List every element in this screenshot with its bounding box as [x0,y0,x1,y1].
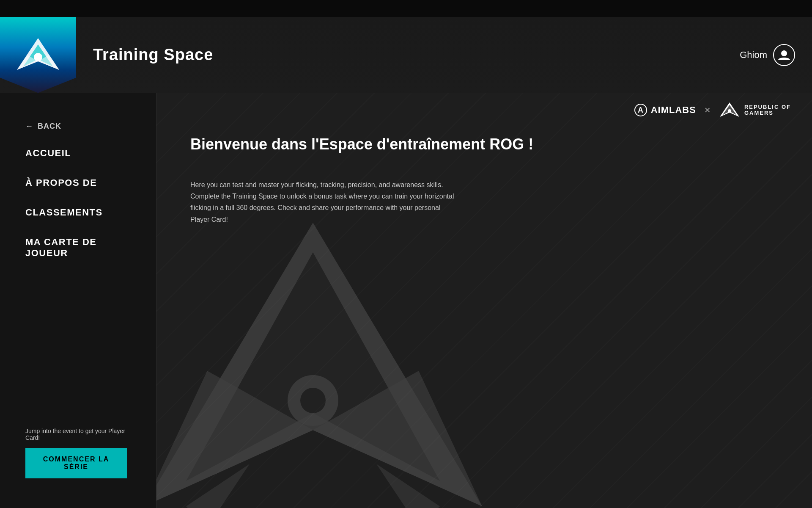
sidebar-item-carte[interactable]: MA CARTE DE JOUEUR [0,227,156,268]
main-layout: ← BACK ACCUEIL À PROPOS DE CLASSEMENTS M… [0,93,812,508]
title-underline [190,162,275,162]
main-content: A AIMLABS × REPUBLIC OF GAMERS Bienvenue… [156,93,812,508]
back-label: BACK [38,122,61,131]
sidebar-back-button[interactable]: ← BACK [0,114,156,138]
header: Training Space Ghiom [0,17,812,93]
svg-marker-5 [186,252,440,481]
back-arrow-icon: ← [25,122,33,131]
sidebar-nav: ← BACK ACCUEIL À PROPOS DE CLASSEMENTS M… [0,110,156,415]
svg-marker-4 [156,223,482,506]
sidebar-item-accueil[interactable]: ACCUEIL [0,138,156,168]
sidebar: ← BACK ACCUEIL À PROPOS DE CLASSEMENTS M… [0,93,156,508]
user-info: Ghiom [740,44,795,66]
content-area: Bienvenue dans l'Espace d'entraînement R… [156,93,812,251]
topbar [0,0,812,17]
cta-description: Jump into the event to get your Player C… [25,428,131,441]
sidebar-item-apropos[interactable]: À PROPOS DE [0,168,156,198]
rog-logo-icon [15,36,61,74]
username-label: Ghiom [740,50,767,61]
sidebar-item-classements[interactable]: CLASSEMENTS [0,198,156,227]
page-title: Training Space [93,46,213,64]
sidebar-bottom: Jump into the event to get your Player C… [0,415,156,491]
rog-logo-banner [0,17,76,93]
svg-point-3 [781,50,787,56]
welcome-title: Bienvenue dans l'Espace d'entraînement R… [190,135,778,153]
rog-watermark [156,210,503,508]
svg-point-7 [300,388,326,413]
svg-point-6 [288,375,338,426]
start-series-button[interactable]: COMMENCER LA SÉRIE [25,448,127,478]
welcome-description: Here you can test and master your flicki… [190,179,461,225]
avatar[interactable] [773,44,795,66]
